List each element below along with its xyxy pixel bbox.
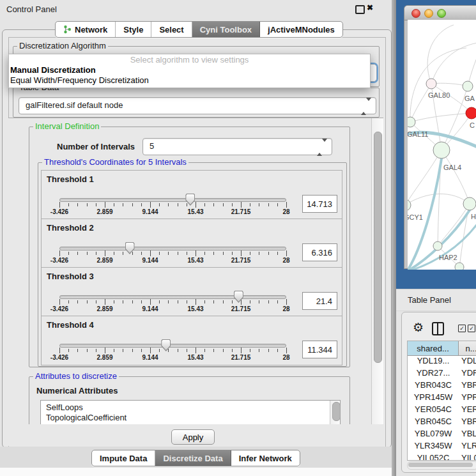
slider-tick [241, 202, 242, 208]
network-node-HAP2[interactable] [433, 242, 442, 250]
checkbox-checked-icon[interactable]: ✓ [458, 325, 466, 332]
algorithm-option-manual-discretization[interactable]: Manual Discretization [9, 65, 370, 75]
tab-network[interactable]: Network [56, 22, 116, 37]
threshold-slider-thumb[interactable] [125, 242, 135, 254]
table-row[interactable]: YER054CYER0 [408, 404, 476, 417]
threshold-value-field[interactable]: 6.316 [302, 243, 337, 261]
close-icon[interactable]: ✖ [367, 3, 373, 12]
bottom-tab-discretize-data[interactable]: Discretize Data [155, 450, 231, 466]
zoom-traffic-light-icon[interactable] [437, 9, 446, 18]
slider-tick [286, 299, 287, 305]
slider-tick [87, 349, 88, 352]
bottom-tab-impute-data[interactable]: Impute Data [92, 450, 155, 466]
attribute-item-selfloops[interactable]: SelfLoops [41, 403, 340, 413]
tab-jactivemnodules[interactable]: jActiveMNodules [260, 22, 342, 37]
threshold-slider-track[interactable] [59, 295, 286, 299]
tab-label: Select [159, 22, 183, 37]
table-horizontal-scrollbar[interactable] [407, 461, 476, 470]
algorithm-option-equal-width-frequency-discretization[interactable]: Equal Width/Frequency Discretization [9, 75, 370, 86]
threshold-value-field[interactable]: 21.4 [302, 292, 337, 310]
slider-tick [196, 250, 196, 256]
threshold-label: Threshold 4 [47, 320, 94, 330]
checkbox-checked-icon[interactable]: ✓ [468, 325, 475, 332]
cell-shared-name: YBR045C [408, 417, 459, 426]
threshold-value-field[interactable]: 11.344 [302, 341, 337, 358]
network-node-GA[interactable] [463, 81, 473, 91]
network-window-titlebar[interactable] [404, 6, 476, 20]
close-traffic-light-icon[interactable] [411, 9, 420, 18]
slider-tick-label: -3.426 [50, 257, 68, 264]
attributes-scrollbar[interactable] [330, 401, 340, 426]
slider-tick [59, 250, 60, 256]
slider-tick [196, 202, 196, 208]
gear-icon[interactable]: ⚙ [413, 321, 424, 334]
apply-button[interactable]: Apply [171, 429, 215, 445]
slider-tick-label: 2.859 [96, 208, 112, 215]
numerical-attributes-list[interactable]: SelfLoopsTopologicalCoefficientBetweenne… [40, 400, 341, 426]
threshold-slider-thumb[interactable] [234, 291, 243, 303]
table-row[interactable]: YBR045CYBR0 [408, 417, 476, 429]
settings-scrollbar-thumb[interactable] [374, 132, 382, 363]
table-row[interactable]: YBR043CYBR0 [408, 380, 476, 392]
table-row[interactable]: YBL079WYBL0 [408, 429, 476, 441]
minimize-traffic-light-icon[interactable] [424, 9, 433, 18]
column-header-1[interactable]: shared... [408, 341, 459, 356]
slider-tick [59, 202, 60, 208]
network-node-node-partial[interactable] [455, 263, 464, 270]
threshold-slider-thumb[interactable] [161, 339, 171, 351]
table-row[interactable]: YDR27...YDR2 [408, 368, 476, 380]
slider-tick [259, 349, 259, 352]
slider-tick [68, 252, 69, 255]
network-node-H[interactable] [463, 197, 476, 210]
bottom-tab-infer-network[interactable]: Infer Network [231, 450, 300, 466]
split-column-icon[interactable] [432, 322, 444, 335]
tab-style[interactable]: Style [116, 22, 151, 37]
slider-tick [141, 349, 142, 352]
number-of-intervals-combo[interactable]: 5 [142, 138, 332, 155]
slider-tick-label: 28 [282, 305, 289, 312]
network-edge [438, 204, 470, 246]
network-node-GAL11[interactable] [408, 117, 415, 127]
threshold-slider-track[interactable] [59, 198, 286, 202]
float-window-icon[interactable] [355, 5, 365, 14]
slider-tick [223, 300, 224, 303]
table-data-combo[interactable]: galFiltered.sif default node [19, 97, 376, 114]
slider-tick-label: 21.715 [231, 257, 251, 264]
table-horizontal-scrollbar-thumb[interactable] [408, 463, 473, 467]
tab-select[interactable]: Select [151, 22, 192, 37]
slider-tick [114, 203, 114, 206]
slider-tick [132, 203, 133, 206]
slider-tick [196, 348, 196, 353]
settings-scrollbar[interactable] [371, 118, 383, 425]
slider-tick [150, 348, 151, 353]
panel-divider[interactable] [392, 0, 396, 476]
tab-cyni-toolbox[interactable]: Cyni Toolbox [192, 22, 260, 37]
network-canvas[interactable]: GAL80GACGAL11GAL4GCY1HHAP2 [408, 20, 476, 270]
threshold-slider-track[interactable] [59, 344, 286, 348]
network-node-GAL80[interactable] [426, 79, 436, 89]
network-node-GAL4[interactable] [433, 142, 450, 158]
slider-tick [123, 300, 123, 303]
column-header-2[interactable]: n... [459, 341, 476, 356]
table-row[interactable]: YIL052CYIL0 [408, 453, 476, 461]
network-node-red-node[interactable] [466, 107, 476, 119]
table-row[interactable]: YPR145WYPR1 [408, 392, 476, 404]
slider-tick [132, 300, 133, 303]
slider-tick [178, 300, 178, 303]
threshold-slider-track[interactable] [59, 247, 286, 250]
slider-tick [232, 300, 233, 303]
slider-tick [105, 299, 105, 305]
numerical-attributes-label: Numerical Attributes [36, 386, 118, 395]
slider-tick [114, 349, 114, 352]
table-row[interactable]: YDL19...YDL1 [408, 356, 476, 368]
threshold-value-field[interactable]: 14.713 [302, 195, 337, 213]
number-of-intervals-value: 5 [150, 141, 154, 151]
threshold-label: Threshold 1 [47, 174, 94, 184]
network-node-GCY1[interactable] [408, 199, 411, 211]
combo-stepper-icon [361, 101, 371, 112]
attributes-scrollbar-thumb[interactable] [332, 402, 341, 421]
attribute-item-topologicalcoefficient[interactable]: TopologicalCoefficient [41, 413, 340, 423]
slider-tick [268, 349, 269, 352]
table-row[interactable]: YLR345WYLR3 [408, 441, 476, 453]
slider-tick [241, 250, 242, 256]
